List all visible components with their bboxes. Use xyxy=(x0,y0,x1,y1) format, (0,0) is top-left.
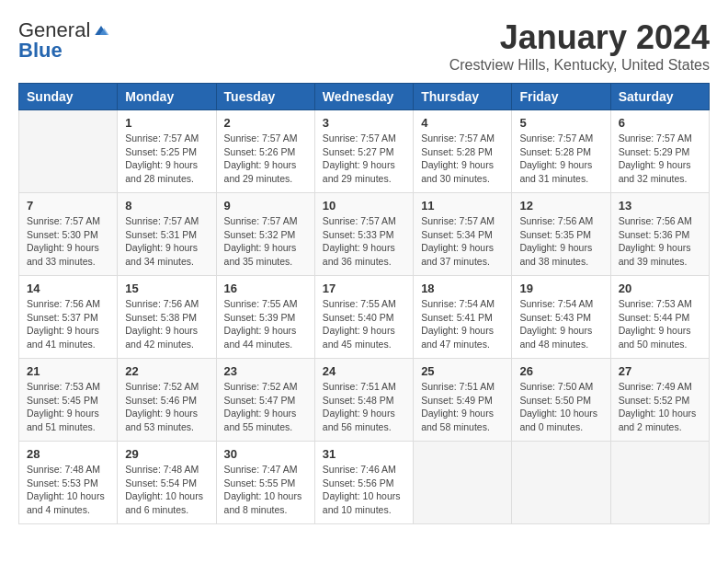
logo-blue-text: Blue xyxy=(18,39,63,63)
day-number: 9 xyxy=(224,199,307,213)
day-number: 18 xyxy=(421,282,504,295)
week-row-2: 7Sunrise: 7:57 AMSunset: 5:30 PMDaylight… xyxy=(19,193,710,276)
day-number: 24 xyxy=(323,364,405,378)
day-info: Sunrise: 7:57 AMSunset: 5:31 PMDaylight:… xyxy=(125,214,208,269)
calendar-cell: 14Sunrise: 7:56 AMSunset: 5:37 PMDayligh… xyxy=(19,276,118,359)
calendar-cell xyxy=(19,110,118,193)
calendar-cell: 31Sunrise: 7:46 AMSunset: 5:56 PMDayligh… xyxy=(314,442,413,524)
day-info: Sunrise: 7:51 AMSunset: 5:48 PMDaylight:… xyxy=(323,380,405,434)
title-section: January 2024 Crestview Hills, Kentucky, … xyxy=(449,18,710,74)
calendar-cell: 16Sunrise: 7:55 AMSunset: 5:39 PMDayligh… xyxy=(216,276,314,359)
calendar-cell xyxy=(610,442,709,524)
day-number: 1 xyxy=(125,116,208,130)
day-info: Sunrise: 7:47 AMSunset: 5:55 PMDaylight:… xyxy=(224,463,307,517)
week-row-3: 14Sunrise: 7:56 AMSunset: 5:37 PMDayligh… xyxy=(19,276,710,359)
day-number: 3 xyxy=(323,116,405,130)
calendar-cell: 9Sunrise: 7:57 AMSunset: 5:32 PMDaylight… xyxy=(216,193,314,276)
calendar-cell: 27Sunrise: 7:49 AMSunset: 5:52 PMDayligh… xyxy=(610,359,709,442)
calendar-cell: 5Sunrise: 7:57 AMSunset: 5:28 PMDaylight… xyxy=(512,110,610,193)
day-info: Sunrise: 7:53 AMSunset: 5:45 PMDaylight:… xyxy=(27,380,109,434)
calendar-cell: 25Sunrise: 7:51 AMSunset: 5:49 PMDayligh… xyxy=(414,359,512,442)
day-number: 21 xyxy=(27,364,109,378)
logo-icon xyxy=(92,21,110,40)
day-number: 25 xyxy=(421,364,504,378)
calendar-cell: 20Sunrise: 7:53 AMSunset: 5:44 PMDayligh… xyxy=(610,276,709,359)
day-info: Sunrise: 7:56 AMSunset: 5:35 PMDaylight:… xyxy=(519,214,602,269)
calendar-cell: 13Sunrise: 7:56 AMSunset: 5:36 PMDayligh… xyxy=(610,193,709,276)
calendar-cell: 30Sunrise: 7:47 AMSunset: 5:55 PMDayligh… xyxy=(216,442,314,524)
month-title: January 2024 xyxy=(449,18,710,57)
day-number: 26 xyxy=(519,364,602,378)
day-info: Sunrise: 7:57 AMSunset: 5:25 PMDaylight:… xyxy=(125,132,208,186)
day-info: Sunrise: 7:46 AMSunset: 5:56 PMDaylight:… xyxy=(323,463,405,517)
header-day-saturday: Saturday xyxy=(610,84,709,110)
header-day-tuesday: Tuesday xyxy=(216,84,314,110)
day-number: 12 xyxy=(519,199,602,213)
calendar-cell: 10Sunrise: 7:57 AMSunset: 5:33 PMDayligh… xyxy=(314,193,413,276)
week-row-1: 1Sunrise: 7:57 AMSunset: 5:25 PMDaylight… xyxy=(19,110,710,193)
calendar-cell: 2Sunrise: 7:57 AMSunset: 5:26 PMDaylight… xyxy=(216,110,314,193)
calendar-cell: 1Sunrise: 7:57 AMSunset: 5:25 PMDaylight… xyxy=(118,110,216,193)
calendar-cell: 26Sunrise: 7:50 AMSunset: 5:50 PMDayligh… xyxy=(512,359,610,442)
day-info: Sunrise: 7:57 AMSunset: 5:30 PMDaylight:… xyxy=(27,214,109,269)
calendar-cell: 21Sunrise: 7:53 AMSunset: 5:45 PMDayligh… xyxy=(19,359,118,442)
day-info: Sunrise: 7:56 AMSunset: 5:38 PMDaylight:… xyxy=(125,297,208,351)
day-info: Sunrise: 7:57 AMSunset: 5:28 PMDaylight:… xyxy=(421,132,504,186)
week-row-5: 28Sunrise: 7:48 AMSunset: 5:53 PMDayligh… xyxy=(19,442,710,524)
header-day-wednesday: Wednesday xyxy=(314,84,413,110)
day-info: Sunrise: 7:57 AMSunset: 5:27 PMDaylight:… xyxy=(323,132,405,186)
day-number: 14 xyxy=(27,282,109,295)
day-number: 2 xyxy=(224,116,307,130)
day-info: Sunrise: 7:50 AMSunset: 5:50 PMDaylight:… xyxy=(519,380,602,434)
calendar-cell: 18Sunrise: 7:54 AMSunset: 5:41 PMDayligh… xyxy=(414,276,512,359)
day-info: Sunrise: 7:52 AMSunset: 5:46 PMDaylight:… xyxy=(125,380,208,434)
day-info: Sunrise: 7:57 AMSunset: 5:26 PMDaylight:… xyxy=(224,132,307,186)
day-info: Sunrise: 7:54 AMSunset: 5:41 PMDaylight:… xyxy=(421,297,504,351)
day-number: 16 xyxy=(224,282,307,295)
day-info: Sunrise: 7:57 AMSunset: 5:29 PMDaylight:… xyxy=(619,132,701,186)
day-number: 11 xyxy=(421,199,504,213)
day-number: 20 xyxy=(619,282,701,295)
day-number: 13 xyxy=(619,199,701,213)
header-day-monday: Monday xyxy=(118,84,216,110)
calendar-cell: 19Sunrise: 7:54 AMSunset: 5:43 PMDayligh… xyxy=(512,276,610,359)
day-number: 6 xyxy=(619,116,701,130)
calendar-cell: 15Sunrise: 7:56 AMSunset: 5:38 PMDayligh… xyxy=(118,276,216,359)
calendar-table: SundayMondayTuesdayWednesdayThursdayFrid… xyxy=(18,83,710,524)
day-info: Sunrise: 7:57 AMSunset: 5:33 PMDaylight:… xyxy=(323,214,405,269)
day-info: Sunrise: 7:48 AMSunset: 5:54 PMDaylight:… xyxy=(125,463,208,517)
days-header-row: SundayMondayTuesdayWednesdayThursdayFrid… xyxy=(19,84,710,110)
day-number: 5 xyxy=(519,116,602,130)
day-info: Sunrise: 7:48 AMSunset: 5:53 PMDaylight:… xyxy=(27,463,109,517)
day-number: 29 xyxy=(125,447,208,461)
day-info: Sunrise: 7:55 AMSunset: 5:40 PMDaylight:… xyxy=(323,297,405,351)
day-number: 7 xyxy=(27,199,109,213)
calendar-cell: 22Sunrise: 7:52 AMSunset: 5:46 PMDayligh… xyxy=(118,359,216,442)
header-day-friday: Friday xyxy=(512,84,610,110)
day-number: 28 xyxy=(27,447,109,461)
day-number: 17 xyxy=(323,282,405,295)
header-day-thursday: Thursday xyxy=(414,84,512,110)
calendar-cell: 11Sunrise: 7:57 AMSunset: 5:34 PMDayligh… xyxy=(414,193,512,276)
calendar-cell: 17Sunrise: 7:55 AMSunset: 5:40 PMDayligh… xyxy=(314,276,413,359)
day-info: Sunrise: 7:57 AMSunset: 5:32 PMDaylight:… xyxy=(224,214,307,269)
calendar-cell: 4Sunrise: 7:57 AMSunset: 5:28 PMDaylight… xyxy=(414,110,512,193)
day-number: 30 xyxy=(224,447,307,461)
calendar-cell xyxy=(512,442,610,524)
day-number: 10 xyxy=(323,199,405,213)
calendar-cell: 12Sunrise: 7:56 AMSunset: 5:35 PMDayligh… xyxy=(512,193,610,276)
day-number: 22 xyxy=(125,364,208,378)
calendar-cell xyxy=(414,442,512,524)
calendar-cell: 28Sunrise: 7:48 AMSunset: 5:53 PMDayligh… xyxy=(19,442,118,524)
week-row-4: 21Sunrise: 7:53 AMSunset: 5:45 PMDayligh… xyxy=(19,359,710,442)
day-number: 23 xyxy=(224,364,307,378)
day-info: Sunrise: 7:54 AMSunset: 5:43 PMDaylight:… xyxy=(519,297,602,351)
header: General Blue January 2024 Crestview Hill… xyxy=(18,18,710,74)
calendar-cell: 7Sunrise: 7:57 AMSunset: 5:30 PMDaylight… xyxy=(19,193,118,276)
day-info: Sunrise: 7:52 AMSunset: 5:47 PMDaylight:… xyxy=(224,380,307,434)
calendar-cell: 23Sunrise: 7:52 AMSunset: 5:47 PMDayligh… xyxy=(216,359,314,442)
day-info: Sunrise: 7:51 AMSunset: 5:49 PMDaylight:… xyxy=(421,380,504,434)
day-number: 8 xyxy=(125,199,208,213)
logo: General Blue xyxy=(18,18,110,63)
day-number: 27 xyxy=(619,364,701,378)
